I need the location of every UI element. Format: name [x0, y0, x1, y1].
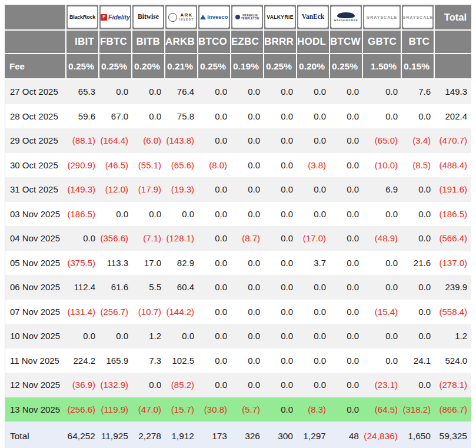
flow-value-cell: 0.0	[231, 251, 264, 276]
flow-value-cell: 0.0	[330, 349, 363, 373]
date-cell: 28 Oct 2025	[5, 104, 66, 129]
fee-BITB: 0.20%	[132, 54, 165, 79]
flow-value-cell: (128.1)	[165, 226, 198, 251]
row-total-cell: 239.9	[435, 275, 471, 300]
flow-value-cell: 0.0	[264, 226, 297, 251]
flow-value-cell: 0.0	[297, 349, 330, 373]
flow-value-cell: 0.0	[198, 349, 231, 373]
flow-value-cell: (88.1)	[66, 128, 99, 153]
date-cell: 06 Nov 2025	[5, 275, 66, 300]
flow-value-cell: 0.0	[66, 226, 99, 251]
flow-value-cell: (8.7)	[231, 226, 264, 251]
flow-value-cell: 0.0	[297, 373, 330, 397]
ticker-BTCW: BTCW	[330, 31, 363, 54]
flow-value-cell: (356.6)	[99, 226, 132, 251]
date-cell: 13 Nov 2025	[5, 397, 66, 422]
flow-value-cell: 0.0	[198, 128, 231, 153]
grayscale-logo: GRAYSCALE	[364, 6, 400, 28]
logo-cell-ARKB: ARKINVEST	[165, 5, 198, 31]
flow-value-cell: 0.0	[264, 153, 297, 178]
table-row: 06 Nov 2025112.461.65.560.40.00.00.00.00…	[5, 275, 471, 300]
date-cell: 05 Nov 2025	[5, 251, 66, 276]
flow-value-cell: (186.5)	[66, 202, 99, 227]
flow-value-cell: (375.5)	[66, 251, 99, 276]
franklin-templeton-logo-part	[235, 15, 240, 19]
ticker-IBIT: IBIT	[66, 31, 99, 54]
flow-value-cell: 0.0	[363, 104, 402, 129]
column-total-cell: (24,836)	[363, 422, 402, 448]
row-total-cell: 524.0	[435, 349, 471, 373]
flow-value-cell: 0.0	[264, 300, 297, 324]
flow-value-cell: (15.7)	[165, 397, 198, 422]
flow-value-cell: 0.0	[198, 275, 231, 300]
logo-cell-BTCW: WISDOMTREE	[330, 5, 363, 31]
flow-value-cell: 65.3	[66, 79, 99, 104]
ticker-BTC: BTC	[402, 31, 435, 54]
flow-value-cell: 0.0	[402, 324, 435, 349]
flow-value-cell: (15.4)	[363, 300, 402, 324]
franklin-templeton-logo-part: TEMPLETON	[241, 18, 259, 21]
flow-value-cell: (164.4)	[99, 128, 132, 153]
flow-value-cell: 0.0	[330, 153, 363, 178]
table-row: 13 Nov 2025(256.6)(119.9)(47.0)(15.7)(30…	[5, 397, 471, 422]
flow-value-cell: 0.0	[402, 104, 435, 129]
flow-value-cell: 7.3	[132, 349, 165, 373]
flow-value-cell: 165.9	[99, 349, 132, 373]
date-cell: 04 Nov 2025	[5, 226, 66, 251]
flow-value-cell: 0.0	[264, 349, 297, 373]
table-row: 27 Oct 202565.30.00.076.40.00.00.00.00.0…	[5, 79, 471, 104]
date-cell: 11 Nov 2025	[5, 349, 66, 373]
fee-BTC: 0.15%	[402, 54, 435, 79]
flow-value-cell: 0.0	[198, 104, 231, 129]
flow-value-cell: 0.0	[165, 324, 198, 349]
date-cell: 03 Nov 2025	[5, 202, 66, 227]
table-row: 04 Nov 20250.0(356.6)(7.1)(128.1)0.0(8.7…	[5, 226, 471, 251]
flow-value-cell: 0.0	[264, 275, 297, 300]
logo-cell-FBTC: FFidelity	[99, 5, 132, 31]
flow-value-cell: (36.9)	[66, 373, 99, 397]
flow-value-cell: 0.0	[132, 373, 165, 397]
flow-value-cell: 0.0	[363, 251, 402, 276]
flow-value-cell: 0.0	[330, 202, 363, 227]
table-row: 07 Nov 2025(131.4)(256.7)(10.7)(144.2)0.…	[5, 300, 471, 324]
flow-value-cell: 0.0	[297, 324, 330, 349]
flow-value-cell: 0.0	[264, 373, 297, 397]
wisdomtree-logo-part	[337, 12, 355, 18]
invesco-logo-part	[200, 15, 206, 19]
flow-value-cell: (8.3)	[297, 397, 330, 422]
date-cell: 29 Oct 2025	[5, 128, 66, 153]
flow-value-cell: (143.8)	[165, 128, 198, 153]
ticker-BTCO: BTCO	[198, 31, 231, 54]
table-row: 28 Oct 202559.667.00.075.80.00.00.00.00.…	[5, 104, 471, 129]
column-total-cell: 173	[198, 422, 231, 448]
flow-value-cell: (17.9)	[132, 177, 165, 202]
row-total-cell: (137.0)	[435, 251, 471, 276]
flow-value-cell: 0.0	[297, 275, 330, 300]
flow-value-cell: (5.7)	[231, 397, 264, 422]
flow-value-cell: 0.0	[231, 104, 264, 129]
flow-value-cell: 0.0	[363, 324, 402, 349]
logo-cell-IBIT: BlackRock	[66, 5, 99, 31]
flow-value-cell: 7.6	[402, 79, 435, 104]
flow-value-cell: 0.0	[330, 128, 363, 153]
ticker-HODL: HODL	[297, 31, 330, 54]
flow-value-cell: 0.0	[99, 324, 132, 349]
date-cell: 07 Nov 2025	[5, 300, 66, 324]
fee-FBTC: 0.25%	[99, 54, 132, 79]
table-header: BlackRockFFidelityBitwiseARKINVESTInvesc…	[5, 5, 471, 79]
flow-value-cell: 0.0	[231, 202, 264, 227]
row-total-cell: 202.4	[435, 104, 471, 129]
flow-value-cell: 0.0	[231, 324, 264, 349]
flow-value-cell: 0.0	[198, 324, 231, 349]
fee-ARKB: 0.21%	[165, 54, 198, 79]
flow-value-cell: (65.0)	[363, 128, 402, 153]
invesco-logo: Invesco	[199, 6, 229, 28]
table-row: 11 Nov 2025224.2165.97.3102.50.00.00.00.…	[5, 349, 471, 373]
flow-value-cell: 0.0	[198, 202, 231, 227]
flow-value-cell: 60.4	[165, 275, 198, 300]
flow-value-cell: 0.0	[198, 300, 231, 324]
flow-value-cell: 0.0	[231, 79, 264, 104]
fee-BTCO: 0.25%	[198, 54, 231, 79]
flow-value-cell: 0.0	[231, 300, 264, 324]
flow-value-cell: 0.0	[198, 226, 231, 251]
